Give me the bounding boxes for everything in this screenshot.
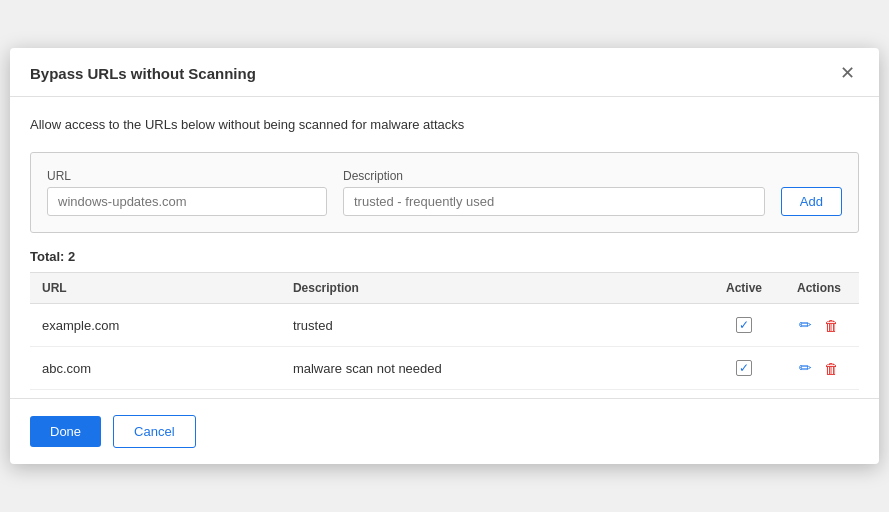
url-table: URL Description Active Actions example.c…: [30, 272, 859, 390]
bypass-urls-dialog: Bypass URLs without Scanning ✕ Allow acc…: [10, 48, 879, 464]
add-button[interactable]: Add: [781, 187, 842, 216]
col-url: URL: [30, 273, 281, 304]
table-row: example.com trusted ✓ ✏ 🗑: [30, 304, 859, 347]
cancel-button[interactable]: Cancel: [113, 415, 195, 448]
dialog-body: Allow access to the URLs below without b…: [10, 97, 879, 390]
dialog-title: Bypass URLs without Scanning: [30, 65, 256, 82]
dialog-footer: Done Cancel: [10, 398, 879, 464]
delete-button[interactable]: 🗑: [822, 358, 841, 379]
cell-description: malware scan not needed: [281, 347, 709, 390]
edit-button[interactable]: ✏: [797, 357, 814, 379]
url-label: URL: [47, 169, 327, 183]
cell-active: ✓: [709, 347, 779, 390]
col-actions: Actions: [779, 273, 859, 304]
table-header-row: URL Description Active Actions: [30, 273, 859, 304]
description-label: Description: [343, 169, 765, 183]
cell-url: abc.com: [30, 347, 281, 390]
edit-button[interactable]: ✏: [797, 314, 814, 336]
cell-url: example.com: [30, 304, 281, 347]
col-description: Description: [281, 273, 709, 304]
url-input-group: URL: [47, 169, 327, 216]
dialog-header: Bypass URLs without Scanning ✕: [10, 48, 879, 97]
description-input-group: Description: [343, 169, 765, 216]
delete-button[interactable]: 🗑: [822, 315, 841, 336]
done-button[interactable]: Done: [30, 416, 101, 447]
input-section: URL Description Add: [30, 152, 859, 233]
url-input[interactable]: [47, 187, 327, 216]
active-checkbox[interactable]: ✓: [736, 360, 752, 376]
active-checkbox[interactable]: ✓: [736, 317, 752, 333]
cell-active: ✓: [709, 304, 779, 347]
cell-actions: ✏ 🗑: [779, 347, 859, 390]
table-row: abc.com malware scan not needed ✓ ✏ 🗑: [30, 347, 859, 390]
close-button[interactable]: ✕: [836, 62, 859, 84]
col-active: Active: [709, 273, 779, 304]
description-input[interactable]: [343, 187, 765, 216]
cell-actions: ✏ 🗑: [779, 304, 859, 347]
total-label: Total: 2: [30, 249, 859, 264]
cell-description: trusted: [281, 304, 709, 347]
description-text: Allow access to the URLs below without b…: [30, 117, 859, 132]
